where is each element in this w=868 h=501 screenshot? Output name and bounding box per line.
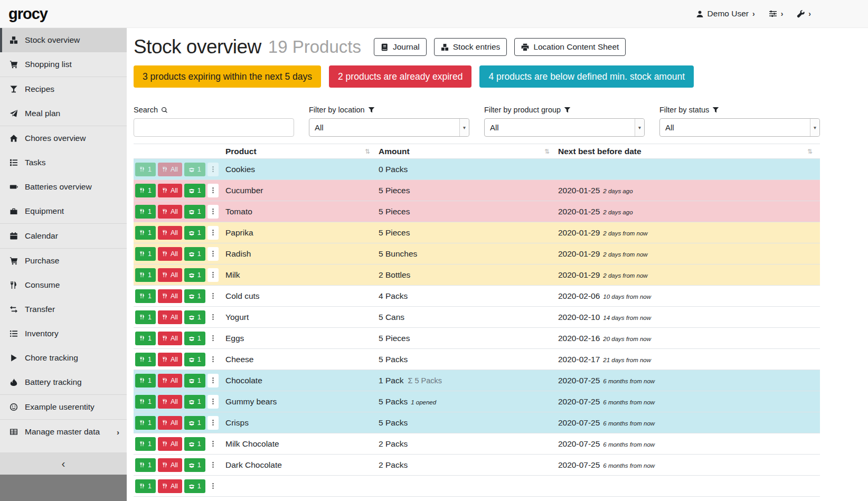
row-menu-button[interactable] [207, 374, 219, 387]
consume-one-button[interactable]: 1 [135, 268, 156, 282]
consume-all-button[interactable]: All [158, 205, 182, 219]
row-menu-button[interactable] [207, 437, 219, 451]
alert-info[interactable]: 4 products are below defined min. stock … [479, 65, 694, 88]
sidebar-item-recipes[interactable]: Recipes [0, 77, 127, 101]
consume-one-button[interactable]: 1 [135, 205, 156, 219]
consume-one-button[interactable]: 1 [135, 458, 156, 472]
sidebar-item-manage-master-data[interactable]: Manage master data› [0, 420, 127, 444]
consume-one-button[interactable]: 1 [135, 353, 156, 366]
consume-all-button[interactable]: All [158, 268, 182, 282]
sidebar-item-shopping-list[interactable]: Shopping list [0, 52, 127, 77]
status-filter-select[interactable]: All ▼ [659, 118, 820, 137]
open-one-button[interactable]: 1 [184, 289, 205, 303]
consume-all-button[interactable]: All [158, 437, 182, 451]
utensils-icon [139, 187, 145, 193]
open-one-button[interactable]: 1 [184, 416, 205, 430]
alert-warning[interactable]: 3 products expiring within the next 5 da… [134, 65, 321, 88]
utensils-icon [162, 356, 168, 362]
open-one-button[interactable]: 1 [184, 395, 205, 409]
row-menu-button[interactable] [207, 353, 219, 366]
open-one-button[interactable]: 1 [184, 479, 205, 493]
row-menu-button[interactable] [207, 479, 219, 493]
stock-entries-button[interactable]: Stock entries [434, 38, 507, 56]
sidebar-item-chore-tracking[interactable]: Chore tracking [0, 346, 127, 370]
amount-column-header[interactable]: Amount ⇅ [378, 147, 557, 156]
location-content-sheet-button[interactable]: Location Content Sheet [514, 38, 626, 56]
row-menu-button[interactable] [207, 458, 219, 472]
location-filter-select[interactable]: All ▼ [309, 118, 469, 137]
admin-menu[interactable]: › [797, 10, 811, 18]
row-menu-button[interactable] [207, 289, 219, 303]
sidebar-item-batteries-overview[interactable]: Batteries overview [0, 175, 127, 199]
journal-button[interactable]: Journal [374, 38, 427, 56]
row-menu-button[interactable] [207, 247, 219, 261]
consume-all-button[interactable]: All [158, 332, 182, 345]
consume-all-button[interactable]: All [158, 395, 182, 409]
sidebar-item-example-userentity[interactable]: Example userentity [0, 395, 127, 419]
consume-one-button[interactable]: 1 [135, 332, 156, 345]
open-one-button[interactable]: 1 [184, 332, 205, 345]
open-one-button[interactable]: 1 [184, 310, 205, 324]
consume-one-button[interactable]: 1 [135, 374, 156, 387]
sidebar-item-consume[interactable]: Consume [0, 273, 127, 297]
open-one-button[interactable]: 1 [184, 205, 205, 219]
open-one-button[interactable]: 1 [184, 374, 205, 387]
sidebar-item-purchase[interactable]: Purchase [0, 249, 127, 273]
user-menu[interactable]: Demo User › [696, 9, 755, 18]
sidebar-collapse-button[interactable]: ‹ [0, 452, 127, 475]
search-input[interactable] [134, 118, 294, 137]
open-one-button[interactable]: 1 [184, 184, 205, 197]
sidebar-item-inventory[interactable]: Inventory [0, 322, 127, 346]
consume-all-button[interactable]: All [158, 226, 182, 240]
sidebar-item-transfer[interactable]: Transfer [0, 297, 127, 322]
consume-one-button[interactable]: 1 [135, 395, 156, 409]
row-menu-button[interactable] [207, 268, 219, 282]
row-menu-button[interactable] [207, 205, 219, 219]
sidebar-item-chores-overview[interactable]: Chores overview [0, 126, 127, 150]
consume-one-button[interactable]: 1 [135, 289, 156, 303]
consume-all-button[interactable]: All [158, 289, 182, 303]
filter-label-text: Filter by product group [484, 106, 561, 114]
row-menu-button[interactable] [207, 395, 219, 409]
display-settings-menu[interactable]: › [769, 10, 784, 18]
open-one-button[interactable]: 1 [184, 458, 205, 472]
consume-all-button[interactable]: All [158, 458, 182, 472]
consume-all-button[interactable]: All [158, 310, 182, 324]
consume-all-button[interactable]: All [158, 353, 182, 366]
sidebar-item-tasks[interactable]: Tasks [0, 150, 127, 175]
consume-all-button[interactable]: All [158, 184, 182, 197]
consume-all-button[interactable]: All [158, 479, 182, 493]
sidebar-item-meal-plan[interactable]: Meal plan [0, 101, 127, 126]
consume-one-button[interactable]: 1 [135, 184, 156, 197]
next-best-before-date-column-header[interactable]: Next best before date ⇅ [557, 147, 820, 156]
product-group-filter-select[interactable]: All ▼ [484, 118, 645, 137]
sidebar-item-battery-tracking[interactable]: Battery tracking [0, 370, 127, 394]
sidebar-item-stock-overview[interactable]: Stock overview [0, 28, 127, 52]
consume-one-button[interactable]: 1 [135, 479, 156, 493]
row-menu-button[interactable] [207, 226, 219, 240]
open-one-button[interactable]: 1 [184, 353, 205, 366]
sidebar-item-calendar[interactable]: Calendar [0, 224, 127, 248]
consume-one-button[interactable]: 1 [135, 247, 156, 261]
sidebar-item-equipment[interactable]: Equipment [0, 199, 127, 223]
consume-all-button[interactable]: All [158, 247, 182, 261]
product-cell: Paprika [224, 228, 378, 238]
open-one-button[interactable]: 1 [184, 247, 205, 261]
row-menu-button[interactable] [207, 416, 219, 430]
grocy-logo[interactable]: grocy [8, 5, 48, 23]
table-row: 1All1Cookies0 Packs [134, 159, 820, 180]
alert-danger[interactable]: 2 products are already expired [329, 65, 471, 88]
row-menu-button[interactable] [207, 332, 219, 345]
consume-one-button[interactable]: 1 [135, 310, 156, 324]
consume-one-button[interactable]: 1 [135, 226, 156, 240]
open-one-button[interactable]: 1 [184, 437, 205, 451]
product-column-header[interactable]: Product ⇅ [224, 147, 378, 156]
open-one-button[interactable]: 1 [184, 268, 205, 282]
consume-all-button[interactable]: All [158, 374, 182, 387]
consume-all-button[interactable]: All [158, 416, 182, 430]
row-menu-button[interactable] [207, 310, 219, 324]
consume-one-button[interactable]: 1 [135, 437, 156, 451]
row-menu-button[interactable] [207, 184, 219, 197]
open-one-button[interactable]: 1 [184, 226, 205, 240]
consume-one-button[interactable]: 1 [135, 416, 156, 430]
